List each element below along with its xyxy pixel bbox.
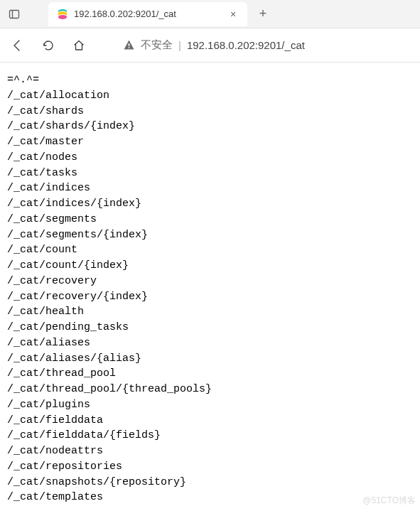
content-line: /_cat/aliases (7, 335, 413, 351)
content-line: /_cat/nodeattrs (7, 443, 413, 459)
refresh-button[interactable] (36, 33, 60, 58)
content-line: /_cat/segments/{index} (7, 227, 413, 243)
content-line: /_cat/templates (7, 490, 413, 505)
url-separator: | (178, 39, 181, 51)
browser-tab[interactable]: 192.168.0.202:9201/_cat × (48, 2, 247, 26)
content-line: /_cat/master (7, 134, 413, 150)
content-line: /_cat/count (7, 242, 413, 258)
svg-rect-2 (129, 43, 130, 46)
content-line: /_cat/indices (7, 181, 413, 196)
address-bar[interactable]: 不安全 | 192.168.0.202:9201/_cat (114, 33, 414, 58)
navigation-bar: 不安全 | 192.168.0.202:9201/_cat (0, 28, 420, 63)
content-line: /_cat/snapshots/{repository} (7, 475, 413, 490)
back-button[interactable] (6, 33, 30, 58)
content-line: /_cat/shards (7, 104, 413, 119)
watermark: @51CTO博客 (362, 495, 416, 507)
content-line: /_cat/indices/{index} (7, 196, 413, 212)
content-line: /_cat/pending_tasks (7, 320, 413, 335)
svg-rect-0 (10, 10, 19, 18)
content-line: /_cat/count/{index} (7, 258, 413, 274)
content-line: /_cat/aliases/{alias} (7, 351, 413, 367)
content-line: /_cat/allocation (7, 88, 413, 104)
elasticsearch-favicon-icon (57, 9, 68, 20)
content-line: /_cat/health (7, 304, 413, 320)
content-line: /_cat/nodes (7, 150, 413, 166)
content-line: /_cat/repositories (7, 459, 413, 475)
tab-actions-icon[interactable] (4, 4, 24, 24)
content-line: /_cat/recovery/{index} (7, 289, 413, 305)
content-line: /_cat/shards/{index} (7, 119, 413, 134)
content-line: /_cat/thread_pool (7, 366, 413, 382)
content-line: /_cat/plugins (7, 397, 413, 413)
home-button[interactable] (67, 33, 91, 58)
close-tab-button[interactable]: × (227, 9, 239, 20)
not-secure-icon (123, 39, 135, 51)
tab-title: 192.168.0.202:9201/_cat (74, 9, 222, 19)
security-label: 不安全 (141, 38, 173, 52)
content-line: /_cat/segments (7, 212, 413, 227)
content-line: /_cat/fielddata (7, 413, 413, 429)
content-line: /_cat/tasks (7, 166, 413, 181)
page-content: =^.^=/_cat/allocation/_cat/shards/_cat/s… (0, 63, 420, 511)
content-line: /_cat/thread_pool/{thread_pools} (7, 382, 413, 397)
content-line: =^.^= (7, 72, 413, 88)
content-line: /_cat/recovery (7, 274, 413, 289)
content-line: /_cat/fielddata/{fields} (7, 428, 413, 443)
tab-bar: 192.168.0.202:9201/_cat × + (0, 0, 420, 28)
url-text: 192.168.0.202:9201/_cat (187, 39, 305, 51)
new-tab-button[interactable]: + (253, 4, 273, 24)
svg-rect-3 (129, 47, 130, 48)
